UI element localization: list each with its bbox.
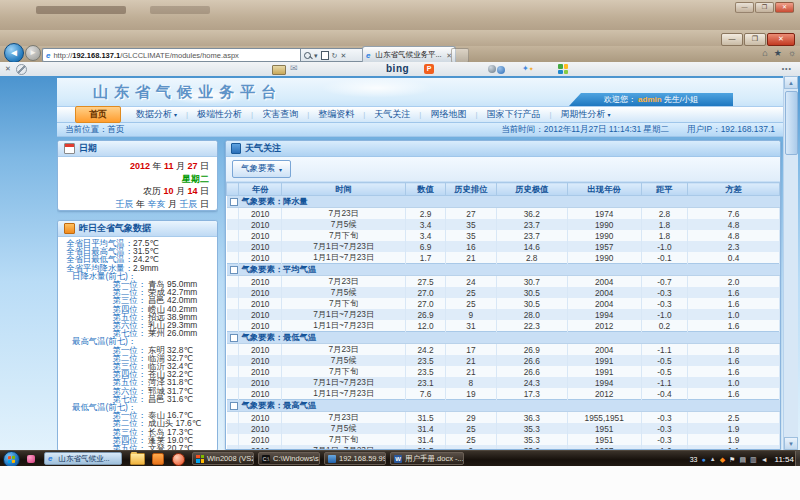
refresh-icon[interactable]: ↻: [332, 52, 338, 59]
taskbar-task-1[interactable]: C:\C:\Windows\s...: [258, 452, 320, 465]
group-checkbox[interactable]: [230, 402, 238, 410]
site-banner: 山东省气候业务平台 欢迎您： admin 先生/小姐: [57, 78, 783, 106]
addon-circle-icon[interactable]: [488, 65, 496, 73]
taskbar-task-0[interactable]: Win2008 (VS2...: [192, 452, 254, 465]
nav-item-4[interactable]: 整编资料: [318, 108, 354, 121]
background-minimize-button[interactable]: —: [735, 2, 754, 13]
taskbar: e 山东省气候业... Win2008 (VS2...C:\C:\Windows…: [0, 450, 800, 467]
nav-item-5[interactable]: 天气关注: [374, 108, 410, 121]
table-cell: 26.9: [406, 309, 446, 320]
header-checkbox-cell: [227, 183, 239, 196]
scroll-up-arrow[interactable]: ▲: [784, 76, 798, 89]
address-bar[interactable]: e http://192.168.137.1/GLCCLIMATE/module…: [42, 48, 304, 62]
page-scrollbar[interactable]: ▲ ▼: [783, 76, 798, 450]
table-cell: 2010: [239, 208, 282, 220]
table-cell: 7月下旬: [282, 230, 406, 241]
group-cell: 气象要素：最低气温: [227, 332, 780, 344]
scrollbar-thumb[interactable]: [785, 91, 798, 155]
toolbar-close-icon[interactable]: ✕: [5, 65, 11, 73]
table-row: 20101月1日~7月23日1.7212.81990-0.10.4: [227, 252, 780, 264]
panel-icon: [231, 143, 241, 154]
nav-item-8[interactable]: 周期性分析▾: [561, 108, 611, 121]
nav-item-7[interactable]: 国家下行产品: [486, 108, 540, 121]
tray-globe-icon[interactable]: ●: [702, 456, 706, 463]
table-cell: 7月23日: [282, 276, 406, 288]
home-icon[interactable]: ⌂: [762, 48, 767, 58]
close-button[interactable]: ✕: [767, 33, 795, 46]
clock[interactable]: 11:54: [775, 455, 794, 464]
tools-gear-icon[interactable]: ☼: [788, 48, 796, 58]
table-cell: 31: [445, 320, 496, 332]
browser-tab[interactable]: e 山东省气候业务平... ✕: [362, 46, 456, 63]
table-cell: 23.5: [406, 355, 446, 366]
date-part: 2012: [130, 161, 150, 171]
addon-circle-blue-icon[interactable]: [497, 66, 505, 74]
table-cell: 17.3: [496, 388, 567, 400]
forward-button[interactable]: ►: [25, 45, 41, 61]
table-cell: 1月1日~7月23日: [282, 252, 406, 264]
group-checkbox[interactable]: [230, 334, 238, 342]
new-tab-button[interactable]: [451, 48, 469, 63]
nav-separator: |: [307, 110, 309, 119]
back-button[interactable]: ◄: [4, 43, 24, 63]
tray-flame-icon[interactable]: ◆: [720, 456, 725, 463]
table-cell: 3.4: [406, 230, 446, 241]
card-addon-icon[interactable]: [272, 65, 286, 75]
browser-toolbar: ✕ ✉ bing P ✦✦ •••: [0, 62, 800, 77]
media-player-icon[interactable]: [172, 453, 185, 466]
display-icon[interactable]: ▥: [750, 456, 757, 463]
nav-item-6[interactable]: 网络地图: [430, 108, 466, 121]
sparkle-addon-icon[interactable]: ✦✦: [522, 64, 534, 73]
explorer-folder-icon[interactable]: [130, 453, 145, 465]
pinned-orange-app-icon[interactable]: [152, 453, 164, 465]
table-cell: 2010: [239, 287, 282, 298]
compatibility-view-icon[interactable]: [321, 51, 329, 60]
table-cell: 12.0: [406, 320, 446, 332]
pinned-app-icon[interactable]: [27, 455, 35, 463]
maximize-button[interactable]: ❐: [744, 33, 766, 46]
background-close-button[interactable]: ✕: [775, 2, 794, 13]
bing-logo[interactable]: bing: [386, 63, 409, 74]
show-hidden-icons[interactable]: ▲: [710, 456, 716, 462]
nav-item-3[interactable]: 灾害查询: [262, 108, 298, 121]
table-cell: 2.5: [688, 412, 780, 424]
group-checkbox[interactable]: [230, 198, 238, 206]
mail-addon-icon[interactable]: ✉: [290, 63, 298, 73]
blocked-addon-icon[interactable]: [16, 64, 27, 75]
search-icon[interactable]: [304, 52, 311, 59]
favorites-star-icon[interactable]: ★: [774, 48, 782, 58]
nav-item-1[interactable]: 数据分析▾: [136, 108, 177, 121]
table-row: 20107月下旬31.42535.31951-0.31.9: [227, 434, 780, 445]
table-cell: -0.4: [641, 388, 687, 400]
network-icon[interactable]: ▤: [739, 456, 746, 463]
taskbar-task-2[interactable]: 192.168.59.99...: [324, 452, 386, 465]
element-filter-button[interactable]: 气象要素 ▾: [232, 160, 291, 178]
nav-item-0[interactable]: 首页: [75, 106, 121, 123]
action-center-flag-icon[interactable]: ⚑: [729, 456, 735, 463]
browser-command-icons: ⌂ ★ ☼: [762, 48, 796, 58]
volume-icon[interactable]: ◄: [761, 456, 768, 463]
taskbar-task-3[interactable]: W用户手册.docx -...: [390, 452, 464, 465]
grid-addon-icon[interactable]: [558, 64, 568, 74]
minimize-button[interactable]: —: [721, 33, 743, 46]
group-checkbox[interactable]: [230, 266, 238, 274]
table-row: 20107月下旬27.02530.52004-0.31.6: [227, 298, 780, 309]
column-header: 方差: [688, 183, 780, 196]
table-cell: 7月5候: [282, 287, 406, 298]
taskbar-active-browser[interactable]: e 山东省气候业...: [44, 452, 122, 465]
table-cell: 2010: [239, 219, 282, 230]
toolbar-more-icon[interactable]: •••: [782, 65, 792, 72]
table-cell: -0.5: [641, 355, 687, 366]
group-cell: 气象要素：平均气温: [227, 264, 780, 276]
search-dropdown-icon[interactable]: ▾: [314, 52, 318, 59]
table-cell: 23.5: [406, 366, 446, 377]
table-cell: 7月23日: [282, 344, 406, 356]
table-row: 20107月1日~7月23日23.1824.31994-1.11.0: [227, 377, 780, 388]
stop-icon[interactable]: ✕: [340, 52, 346, 59]
scroll-down-arrow[interactable]: ▼: [784, 437, 798, 450]
background-maximize-button[interactable]: ❐: [755, 2, 774, 13]
plugin-p-icon[interactable]: P: [424, 64, 434, 74]
nav-item-2[interactable]: 极端性分析: [197, 108, 242, 121]
table-row: 20101月1日~7月23日7.61917.32012-0.41.6: [227, 388, 780, 400]
show-desktop-button[interactable]: [795, 451, 800, 467]
